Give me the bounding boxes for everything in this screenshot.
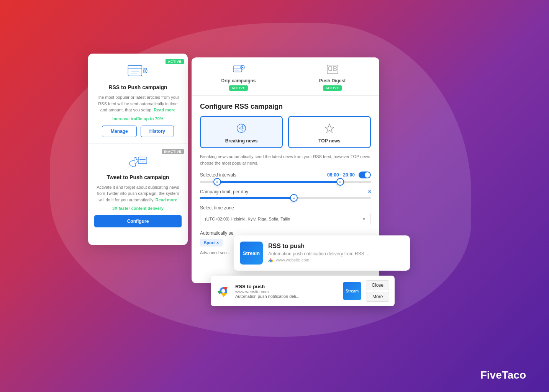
push-preview-card: Stream RSS to push Automation push notif… bbox=[234, 235, 410, 271]
timezone-dropdown[interactable]: (UTC+02:00) Helsinki, Kyiv, Riga, Sofia,… bbox=[200, 213, 371, 225]
intervals-label: Selected intervals bbox=[200, 172, 236, 178]
brand: FiveTaco bbox=[480, 369, 526, 381]
intervals-toggle[interactable] bbox=[359, 172, 371, 178]
top-news-label: TOP news bbox=[293, 138, 366, 144]
left-panel: ACTIVE RSS to Push campaign The most pop… bbox=[88, 54, 188, 245]
browser-toast: RSS to push www.website.com Automation p… bbox=[211, 276, 395, 306]
sport-tag-remove[interactable]: × bbox=[216, 240, 219, 245]
svg-point-13 bbox=[242, 67, 243, 68]
tweet-icon bbox=[126, 154, 149, 169]
manage-button[interactable]: Manage bbox=[102, 126, 137, 137]
rss-card-desc: The most popular or latest articles from… bbox=[94, 94, 182, 113]
slider-right-thumb[interactable]: ‹› bbox=[336, 178, 344, 186]
svg-marker-20 bbox=[325, 124, 334, 132]
news-types: Breaking news TOP news bbox=[200, 116, 371, 148]
toast-more-button[interactable]: More bbox=[366, 292, 389, 302]
push-digest-icon bbox=[326, 63, 339, 77]
rss-read-more-link[interactable]: Read more bbox=[154, 108, 175, 112]
tweet-icon-area bbox=[94, 154, 182, 170]
push-preview-url-text: www.website.com bbox=[276, 258, 309, 262]
intervals-value: 08:00 - 20:00 bbox=[327, 172, 355, 178]
tweet-card-title: Tweet to Push campaign bbox=[94, 174, 182, 180]
config-description: Breaking news automatically send the lat… bbox=[200, 154, 371, 166]
brand-five: Five bbox=[480, 369, 502, 381]
push-digest-badge: ACTIVE bbox=[323, 85, 341, 91]
toast-url: www.website.com bbox=[235, 289, 338, 294]
svg-point-19 bbox=[242, 124, 244, 127]
sport-tag[interactable]: Sport × bbox=[200, 239, 223, 247]
toast-description: Automation push notification deli... bbox=[235, 294, 338, 299]
svg-point-5 bbox=[144, 70, 146, 72]
limit-slider-thumb[interactable]: ‹› bbox=[290, 194, 298, 202]
svg-point-22 bbox=[270, 260, 272, 262]
breaking-news-label: Breaking news bbox=[205, 138, 278, 144]
drip-badge: ACTIVE bbox=[229, 85, 247, 91]
tab-push-digest[interactable]: Push Digest ACTIVE bbox=[285, 57, 379, 95]
chrome-icon bbox=[216, 284, 231, 298]
push-preview-content: RSS to push Automation push notification… bbox=[268, 243, 404, 263]
auto-select-label: Automatically se bbox=[200, 230, 371, 236]
sport-tag-label: Sport bbox=[204, 240, 215, 245]
push-digest-tab-label: Push Digest bbox=[319, 78, 346, 83]
campaign-limit-row: Campaign limit, per day 8 bbox=[200, 189, 371, 194]
push-preview-image: Stream bbox=[240, 242, 263, 265]
intervals-slider[interactable]: ‹› ‹› bbox=[200, 181, 371, 183]
svg-point-25 bbox=[221, 289, 225, 293]
chevron-down-icon: ▼ bbox=[362, 217, 366, 221]
rss-card-title: RSS to Push campaign bbox=[94, 84, 182, 90]
limit-slider[interactable]: ‹› bbox=[200, 197, 371, 199]
breaking-news-button[interactable]: Breaking news bbox=[200, 116, 283, 148]
svg-rect-6 bbox=[138, 157, 147, 163]
svg-rect-0 bbox=[128, 65, 142, 76]
drip-tab-label: Drip campaigns bbox=[221, 78, 256, 83]
limit-slider-fill bbox=[200, 197, 294, 199]
tweet-read-more-link[interactable]: Read more bbox=[156, 198, 177, 202]
rss-icon-area bbox=[94, 64, 182, 80]
rss-icon bbox=[126, 64, 149, 79]
tweet-card-desc: Activate it and forget about duplicating… bbox=[94, 184, 182, 203]
slider-fill bbox=[217, 181, 340, 183]
timezone-value: (UTC+02:00) Helsinki, Kyiv, Riga, Sofia,… bbox=[205, 217, 290, 221]
history-button[interactable]: History bbox=[141, 126, 174, 137]
toast-actions: Close More bbox=[366, 280, 389, 302]
active-badge: ACTIVE bbox=[166, 59, 184, 64]
tweet-push-card: INACTIVE Tweet to Push campaign Activate… bbox=[88, 144, 188, 234]
inactive-badge: INACTIVE bbox=[162, 149, 184, 154]
svg-rect-16 bbox=[333, 67, 336, 68]
chrome-small-icon bbox=[268, 258, 274, 263]
config-panel-title: Configure RSS campaign bbox=[200, 103, 371, 111]
campaign-limit-value: 8 bbox=[368, 189, 371, 194]
faster-delivery-link[interactable]: 3X faster content delivery bbox=[94, 206, 182, 211]
toast-content: RSS to push www.website.com Automation p… bbox=[235, 284, 338, 299]
rss-push-card: ACTIVE RSS to Push campaign The most pop… bbox=[88, 54, 188, 144]
config-tabs: Drip campaigns ACTIVE Push Digest ACTIVE bbox=[192, 57, 379, 96]
push-preview-title: RSS to push bbox=[268, 243, 404, 250]
intervals-row: Selected intervals 08:00 - 20:00 bbox=[200, 172, 371, 178]
toast-image: Stream bbox=[343, 282, 361, 300]
increase-traffic-link[interactable]: Increase traffic up to 70% bbox=[94, 116, 182, 121]
timezone-label: Select time zone bbox=[200, 205, 371, 211]
toast-close-button[interactable]: Close bbox=[366, 280, 389, 290]
push-preview-description: Automation push notification delivery fr… bbox=[268, 251, 404, 256]
configure-button[interactable]: Configure bbox=[94, 215, 182, 227]
toast-title: RSS to push bbox=[235, 284, 338, 289]
brand-taco: Taco bbox=[502, 369, 526, 381]
slider-left-thumb[interactable]: ‹› bbox=[213, 178, 221, 186]
campaign-limit-label: Campaign limit, per day bbox=[200, 189, 248, 194]
tab-drip-campaigns[interactable]: Drip campaigns ACTIVE bbox=[192, 57, 285, 95]
drip-icon bbox=[232, 63, 246, 77]
svg-rect-15 bbox=[329, 67, 332, 70]
svg-rect-17 bbox=[333, 69, 336, 70]
top-news-button[interactable]: TOP news bbox=[288, 116, 371, 148]
push-preview-url: www.website.com bbox=[268, 258, 404, 263]
